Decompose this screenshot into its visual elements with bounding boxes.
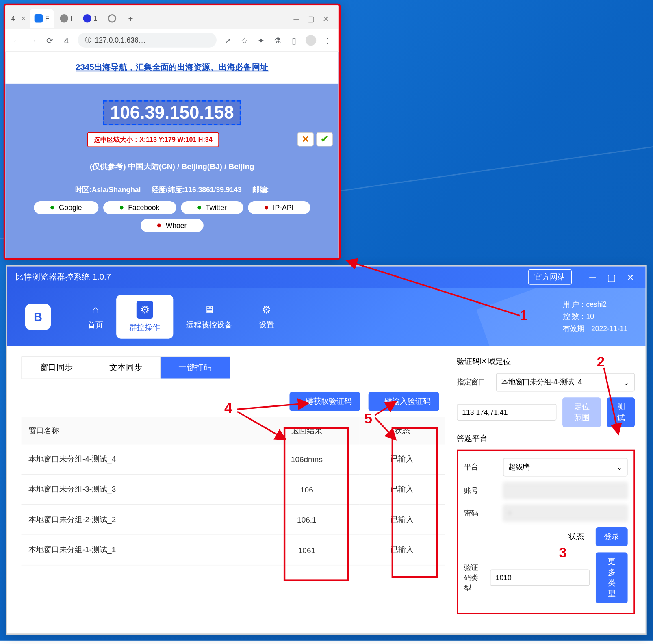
- nav-banner-link[interactable]: 2345出海导航，汇集全面的出海资源、出海必备网址: [5, 52, 339, 84]
- zipcode-text: 邮编:: [252, 185, 269, 195]
- table-row[interactable]: 本地窗口未分组-3-测试_3 106 已输入: [22, 474, 445, 504]
- nav-reload-icon[interactable]: ⟳: [45, 35, 55, 45]
- circle-icon: [108, 14, 116, 22]
- link-twitter[interactable]: Twitter: [181, 201, 243, 214]
- password-input[interactable]: [503, 505, 628, 521]
- app-title: 比特浏览器群控系统 1.0.7: [15, 272, 111, 282]
- app-minimize[interactable]: ─: [586, 271, 599, 284]
- menu-icon[interactable]: ⋮: [322, 35, 333, 45]
- link-facebook[interactable]: Facebook: [103, 201, 176, 214]
- link-ipapi[interactable]: IP-API: [248, 201, 310, 214]
- nav-remote[interactable]: 🖥远程被控设备: [173, 297, 245, 336]
- baidu-icon: [83, 14, 91, 22]
- more-types-button[interactable]: 更多类型: [596, 552, 627, 603]
- nav-home[interactable]: ⌂首页: [75, 297, 116, 336]
- timezone-text: 时区:Asia/Shanghai: [75, 185, 141, 195]
- sync-tabs: 窗口同步 文本同步 一键打码: [22, 356, 230, 379]
- nav-group-control[interactable]: ⚙群控操作: [116, 295, 173, 339]
- windows-table: 窗口名称 返回结果 状态 本地窗口未分组-4-测试_4 106dmns 已输入本…: [22, 417, 445, 565]
- table-row[interactable]: 本地窗口未分组-1-测试_1 1061 已输入: [22, 535, 445, 565]
- tab-ip[interactable]: I: [55, 9, 77, 28]
- platform-select[interactable]: 超级鹰⌄: [503, 458, 628, 476]
- extensions-icon[interactable]: ✦: [256, 35, 266, 45]
- app-titlebar: 比特浏览器群控系统 1.0.7 官方网站 ─ ▢ ✕: [7, 267, 646, 288]
- table-row[interactable]: 本地窗口未分组-4-测试_4 106dmns 已输入: [22, 445, 445, 475]
- app-maximize[interactable]: ▢: [605, 271, 618, 284]
- selection-info: 选中区域大小：X:113 Y:179 W:101 H:34: [87, 132, 219, 147]
- url-text: 127.0.0.1:636…: [95, 36, 146, 44]
- window-close[interactable]: ✕: [323, 14, 329, 23]
- col-window-name: 窗口名称: [22, 417, 254, 444]
- cell-name: 本地窗口未分组-2-测试_2: [22, 505, 254, 535]
- selection-confirm-button[interactable]: ✔: [316, 132, 333, 146]
- nav-settings[interactable]: ⚙设置: [245, 297, 287, 336]
- selection-cancel-button[interactable]: ✕: [297, 132, 314, 146]
- tab-text-sync[interactable]: 文本同步: [91, 357, 161, 379]
- locate-range-button[interactable]: 定位范围: [562, 397, 601, 427]
- coords-input[interactable]: [457, 404, 556, 421]
- tab-close-all[interactable]: ✕: [18, 15, 28, 22]
- facebook-icon: [35, 14, 43, 22]
- page-content: 2345出海导航，汇集全面的出海资源、出海必备网址 106.39.150.158…: [5, 52, 339, 258]
- cell-name: 本地窗口未分组-4-测试_4: [22, 445, 254, 475]
- nav-back-icon[interactable]: ←: [11, 35, 22, 45]
- tab-count: 4: [9, 15, 17, 22]
- address-bar[interactable]: ⓘ 127.0.0.1:636…: [78, 33, 217, 48]
- chevron-down-icon: ⌄: [623, 378, 629, 386]
- platform-panel-title: 答题平台: [457, 433, 635, 444]
- tab-baidu[interactable]: 1: [78, 9, 102, 28]
- tab-facebook[interactable]: F: [30, 9, 54, 28]
- get-captcha-button[interactable]: 一键获取验证码: [289, 392, 360, 411]
- app-logo-icon: B: [25, 304, 51, 330]
- password-label: 密码: [464, 508, 497, 518]
- app-nav: B ⌂首页 ⚙群控操作 🖥远程被控设备 ⚙设置 用 户：ceshi2 控 数：1…: [7, 288, 646, 346]
- highlight-status-column: [392, 427, 438, 578]
- table-row[interactable]: 本地窗口未分组-2-测试_2 106.1 已输入: [22, 505, 445, 535]
- chrome-window: 4 ✕ F I 1 + ─ ▢ ✕ ← → ⟳ 4 ⓘ 127.0.0.1:63…: [4, 4, 341, 260]
- codetype-input[interactable]: [490, 570, 590, 586]
- app-close[interactable]: ✕: [624, 271, 637, 284]
- locate-panel-title: 验证码区域定位: [457, 356, 635, 367]
- official-site-button[interactable]: 官方网站: [528, 269, 572, 285]
- link-whoer[interactable]: Whoer: [141, 219, 203, 232]
- profile-icon[interactable]: [306, 35, 316, 45]
- monitor-icon: 🖥: [204, 304, 215, 316]
- window-minimize[interactable]: ─: [293, 14, 299, 23]
- window-maximize[interactable]: ▢: [307, 14, 315, 23]
- account-label: 账号: [464, 486, 497, 496]
- target-window-select[interactable]: 本地窗口未分组-4-测试_4⌄: [496, 373, 635, 391]
- tab-onekey-captcha[interactable]: 一键打码: [161, 357, 230, 379]
- panel-icon[interactable]: ▯: [289, 35, 299, 45]
- highlight-result-column: [284, 427, 349, 581]
- share-icon[interactable]: ↗: [223, 35, 233, 45]
- address-bar-row: ← → ⟳ 4 ⓘ 127.0.0.1:636… ↗ ☆ ✦ ⚗ ▯ ⋮: [5, 29, 339, 52]
- flask-icon[interactable]: ⚗: [272, 35, 283, 45]
- home-icon: ⌂: [92, 304, 99, 316]
- platform-label: 平台: [464, 462, 497, 472]
- codetype-label: 验证码类型: [464, 563, 484, 593]
- cell-name: 本地窗口未分组-1-测试_1: [22, 535, 254, 565]
- status-label: 状态: [568, 531, 584, 542]
- nav-forward-icon[interactable]: →: [28, 35, 39, 45]
- user-info-panel: 用 户：ceshi2 控 数：10 有效期：2022-11-11: [563, 299, 628, 335]
- bookmark-icon[interactable]: ☆: [239, 35, 249, 45]
- globe-icon: [60, 14, 68, 22]
- link-google[interactable]: Google: [34, 201, 99, 214]
- account-input[interactable]: [503, 482, 628, 499]
- new-tab-button[interactable]: +: [122, 11, 139, 26]
- platform-box: 平台 超级鹰⌄ 账号 密码 状态 登录 验证码类型: [457, 450, 635, 614]
- tab-other[interactable]: [103, 9, 121, 28]
- login-button[interactable]: 登录: [596, 527, 628, 546]
- latlng-text: 经度/纬度:116.3861/39.9143: [152, 185, 242, 195]
- test-button[interactable]: 测试: [607, 397, 635, 427]
- tab-strip: 4 ✕ F I 1 + ─ ▢ ✕: [5, 5, 339, 29]
- site-info-icon[interactable]: ⓘ: [85, 36, 91, 45]
- input-captcha-button[interactable]: 一键输入验证码: [369, 392, 439, 411]
- nav-count: 4: [61, 35, 72, 45]
- tab-window-sync[interactable]: 窗口同步: [22, 357, 91, 379]
- ip-display: 106.39.150.158: [103, 100, 241, 125]
- cell-name: 本地窗口未分组-3-测试_3: [22, 474, 254, 504]
- target-window-label: 指定窗口: [457, 377, 490, 388]
- gear-icon: ⚙: [262, 303, 271, 316]
- location-text: (仅供参考) 中国大陆(CN) / Beijing(BJ) / Beijing: [11, 161, 333, 172]
